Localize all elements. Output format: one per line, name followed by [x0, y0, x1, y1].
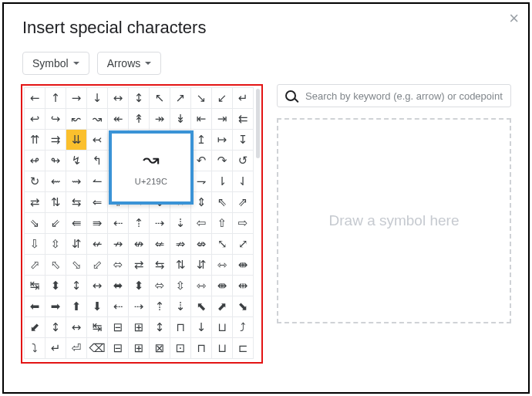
category-dropdown[interactable]: Symbol — [22, 52, 89, 75]
character-cell[interactable]: ⇚ — [66, 213, 87, 234]
character-cell[interactable]: ⬍ — [45, 276, 66, 296]
character-cell[interactable]: ⇣ — [170, 213, 191, 234]
character-cell[interactable]: ⊞ — [129, 338, 150, 359]
character-cell[interactable]: ⊟ — [108, 338, 129, 359]
character-cell[interactable]: ↝ — [87, 109, 108, 130]
character-cell[interactable]: ⇦ — [191, 213, 212, 234]
character-cell[interactable]: ↰ — [87, 151, 108, 171]
character-cell[interactable]: ⇛ — [87, 213, 108, 234]
character-cell[interactable]: ↺ — [233, 151, 254, 171]
character-cell[interactable]: ⇇ — [233, 109, 254, 130]
character-cell[interactable]: ⇆ — [66, 192, 87, 213]
character-cell[interactable]: ⊏ — [233, 338, 254, 359]
character-cell[interactable]: ⇼ — [212, 276, 233, 296]
character-cell[interactable]: ⇳ — [45, 234, 66, 255]
character-cell[interactable]: ⊡ — [170, 338, 191, 359]
character-cell[interactable]: ↶ — [191, 151, 212, 171]
character-cell[interactable]: ↥ — [191, 130, 212, 151]
character-cell[interactable]: ↓ — [87, 88, 108, 109]
character-cell[interactable]: ⇅ — [170, 255, 191, 276]
character-cell[interactable]: ⇄ — [129, 255, 150, 276]
character-cell[interactable]: ⤢ — [233, 234, 254, 255]
character-cell[interactable]: ↓ — [191, 317, 212, 338]
character-cell[interactable]: ↜ — [66, 109, 87, 130]
character-cell[interactable]: ⇵ — [191, 255, 212, 276]
character-cell[interactable]: ↬ — [45, 151, 66, 171]
character-cell[interactable]: ↔ — [108, 88, 129, 109]
character-cell[interactable]: ↔ — [66, 317, 87, 338]
character-cell[interactable]: ⇣ — [170, 296, 191, 317]
character-cell[interactable]: ⬅ — [25, 296, 45, 317]
character-cell[interactable]: ⬍ — [129, 276, 150, 296]
character-cell[interactable]: ⬈ — [212, 296, 233, 317]
character-cell[interactable]: ⤡ — [212, 234, 233, 255]
search-box[interactable] — [277, 84, 511, 107]
character-cell[interactable]: ↖ — [150, 88, 170, 109]
character-cell[interactable]: ⇙ — [45, 213, 66, 234]
character-cell[interactable]: ⊓ — [170, 317, 191, 338]
character-cell[interactable]: ↧ — [233, 130, 254, 151]
character-cell[interactable]: ⇼ — [233, 255, 254, 276]
character-cell[interactable]: ↪ — [45, 109, 66, 130]
character-cell[interactable]: ⊟ — [108, 317, 129, 338]
draw-pad[interactable]: Draw a symbol here — [277, 118, 511, 323]
character-cell[interactable]: ⇩ — [25, 234, 45, 255]
character-cell[interactable]: ⇆ — [150, 255, 170, 276]
character-cell[interactable]: ⇤ — [191, 109, 212, 130]
character-cell[interactable]: ⇿ — [212, 255, 233, 276]
character-cell[interactable]: ↕ — [45, 317, 66, 338]
character-cell[interactable]: ⇢ — [150, 213, 170, 234]
character-cell[interactable]: ⌫ — [87, 338, 108, 359]
character-cell[interactable]: ↛ — [108, 234, 129, 255]
character-cell[interactable]: ⬋ — [25, 317, 45, 338]
character-cell[interactable]: ↯ — [66, 151, 87, 171]
character-cell[interactable]: ⇅ — [45, 192, 66, 213]
character-cell[interactable]: ↩ — [25, 109, 45, 130]
character-cell[interactable]: ↷ — [212, 151, 233, 171]
character-cell[interactable]: ⬇ — [87, 296, 108, 317]
character-cell[interactable]: ↹ — [87, 317, 108, 338]
character-cell[interactable]: ⇉ — [45, 130, 66, 151]
character-cell[interactable]: ⇄ — [25, 192, 45, 213]
character-cell[interactable]: ⏎ — [66, 338, 87, 359]
character-cell[interactable]: ⇗ — [233, 192, 254, 213]
character-cell[interactable]: ⇃ — [233, 171, 254, 192]
character-cell[interactable]: ↕ — [150, 317, 170, 338]
character-cell[interactable]: ⇖ — [212, 192, 233, 213]
character-cell[interactable]: ⇎ — [191, 234, 212, 255]
character-cell[interactable]: ⇵ — [66, 234, 87, 255]
character-cell[interactable]: ↵ — [233, 88, 254, 109]
character-cell[interactable]: ⊠ — [150, 338, 170, 359]
character-cell[interactable]: ↢ — [87, 130, 108, 151]
character-cell[interactable]: ⇐ — [87, 192, 108, 213]
character-cell[interactable]: ⇜ — [45, 171, 66, 192]
subset-dropdown[interactable]: Arrows — [97, 52, 162, 75]
character-cell[interactable]: ⬊ — [233, 296, 254, 317]
character-cell[interactable]: ⇁ — [191, 171, 212, 192]
search-input[interactable] — [304, 90, 504, 103]
character-cell[interactable]: ⇏ — [170, 234, 191, 255]
character-cell[interactable]: ⇘ — [25, 213, 45, 234]
character-cell[interactable]: ⇍ — [150, 234, 170, 255]
character-cell[interactable]: ⇧ — [212, 213, 233, 234]
character-cell[interactable]: ⤴ — [233, 317, 254, 338]
character-cell[interactable]: ⇢ — [129, 296, 150, 317]
character-cell[interactable]: ↞ — [108, 109, 129, 130]
character-cell[interactable]: ↹ — [25, 276, 45, 296]
character-cell[interactable]: ↦ — [212, 130, 233, 151]
character-cell[interactable]: ⇊ — [66, 130, 87, 151]
character-cell[interactable]: ⇠ — [108, 296, 129, 317]
character-cell[interactable]: ↮ — [129, 234, 150, 255]
character-cell[interactable]: ↼ — [87, 171, 108, 192]
character-cell[interactable]: ⬉ — [191, 296, 212, 317]
character-cell[interactable]: ↻ — [25, 171, 45, 192]
character-cell[interactable]: ↘ — [191, 88, 212, 109]
character-cell[interactable]: ⬀ — [25, 255, 45, 276]
character-cell[interactable]: ⤵ — [25, 338, 45, 359]
character-cell[interactable]: ↡ — [170, 109, 191, 130]
character-cell[interactable]: ⇡ — [150, 296, 170, 317]
character-cell[interactable]: ⬌ — [108, 276, 129, 296]
character-cell[interactable]: ↔ — [87, 276, 108, 296]
character-cell[interactable]: ⇕ — [191, 192, 212, 213]
character-cell[interactable]: ⇈ — [25, 130, 45, 151]
